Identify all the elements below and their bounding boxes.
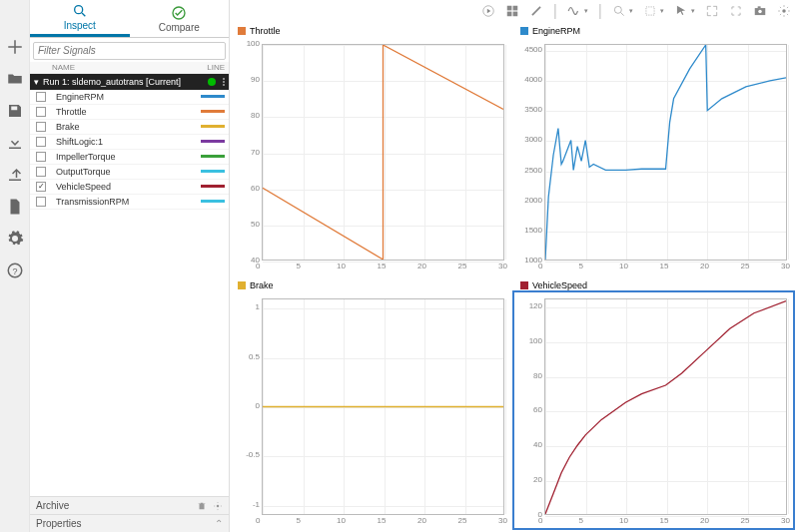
run-row[interactable]: ▾ Run 1: sldemo_autotrans [Current] xyxy=(30,74,229,90)
signal-list: EngineRPMThrottleBrakeShiftLogic:1Impell… xyxy=(30,90,229,210)
zoom-icon xyxy=(612,4,626,18)
signal-line-swatch xyxy=(201,95,225,98)
signal-name: ImpellerTorque xyxy=(52,152,201,162)
checkbox[interactable] xyxy=(36,122,46,132)
settings-icon[interactable] xyxy=(213,501,223,511)
checkbox[interactable] xyxy=(36,167,46,177)
checkbox[interactable] xyxy=(36,137,46,147)
cursor-icon xyxy=(643,4,657,18)
gear-icon[interactable] xyxy=(6,230,24,248)
signal-name: Brake xyxy=(52,122,201,132)
help-icon[interactable]: ? xyxy=(6,262,24,279)
svg-point-15 xyxy=(782,9,786,13)
signal-row[interactable]: ImpellerTorque xyxy=(30,150,229,165)
main: | ▾ | ▾ ▾ ▾ Throttle05101520253040506070… xyxy=(230,0,799,532)
signal-name: TransmissionRPM xyxy=(52,197,201,207)
signal-row[interactable]: ShiftLogic:1 xyxy=(30,135,229,150)
archive-panel[interactable]: Archive xyxy=(30,496,229,514)
signal-line-swatch xyxy=(201,155,225,158)
camera-icon[interactable] xyxy=(753,4,767,18)
chart-title: VehicleSpeed xyxy=(532,280,587,290)
signal-line-swatch xyxy=(201,200,225,203)
plot-area[interactable]: 051015202530020406080100120 xyxy=(514,292,793,529)
svg-point-4 xyxy=(217,504,220,507)
signal-row[interactable]: TransmissionRPM xyxy=(30,195,229,210)
status-dot-icon xyxy=(208,78,216,86)
expand-icon[interactable] xyxy=(705,4,719,18)
chart-title: Brake xyxy=(250,280,274,290)
svg-rect-11 xyxy=(646,7,654,15)
signal-row[interactable]: EngineRPM xyxy=(30,90,229,105)
tab-compare-label: Compare xyxy=(159,22,200,33)
tab-inspect[interactable]: Inspect xyxy=(30,0,130,37)
save-icon[interactable] xyxy=(6,102,24,120)
checkbox[interactable] xyxy=(36,152,46,162)
search-icon xyxy=(72,3,88,19)
trash-icon[interactable] xyxy=(197,501,207,511)
signal-row[interactable]: ✓VehicleSpeed xyxy=(30,180,229,195)
chart-title: Throttle xyxy=(250,26,281,36)
chart-brake[interactable]: Brake051015202530-1-0.500.51 xyxy=(232,278,510,529)
checkbox[interactable] xyxy=(36,92,46,102)
column-header: NAME LINE xyxy=(30,62,229,74)
add-icon[interactable] xyxy=(6,38,24,56)
expand-icon: ⌃ xyxy=(215,518,223,529)
signal-line-swatch xyxy=(201,125,225,128)
signal-line-swatch xyxy=(201,140,225,143)
zoom-dropdown[interactable]: ▾ xyxy=(612,4,633,18)
checkbox[interactable] xyxy=(36,107,46,117)
chart-vehiclespeed[interactable]: VehicleSpeed051015202530020406080100120 xyxy=(514,278,793,529)
plot-area[interactable]: 051015202530-1-0.500.51 xyxy=(232,292,510,529)
chart-throttle[interactable]: Throttle051015202530405060708090100 xyxy=(232,24,510,274)
svg-point-2 xyxy=(74,6,82,14)
signal-dropdown[interactable]: ▾ xyxy=(567,4,588,18)
fullscreen-icon[interactable] xyxy=(729,4,743,18)
pointer-dropdown[interactable]: ▾ xyxy=(674,4,695,18)
signal-row[interactable]: Throttle xyxy=(30,105,229,120)
svg-rect-8 xyxy=(506,12,511,17)
plot-area[interactable]: 0510152025301000150020002500300035004000… xyxy=(514,38,793,274)
sidebar: Inspect Compare NAME LINE ▾ Run 1: sldem… xyxy=(30,0,230,532)
clear-icon[interactable] xyxy=(529,4,543,18)
pointer-icon xyxy=(674,4,688,18)
signal-row[interactable]: OutputTorque xyxy=(30,165,229,180)
signal-line-swatch xyxy=(201,185,225,188)
col-line: LINE xyxy=(195,63,225,72)
preferences-icon[interactable] xyxy=(777,4,791,18)
svg-rect-7 xyxy=(512,6,517,11)
signal-name: OutputTorque xyxy=(52,167,201,177)
svg-point-13 xyxy=(758,10,762,13)
collapse-icon: ▾ xyxy=(34,77,39,87)
plot-area[interactable]: 051015202530405060708090100 xyxy=(232,38,510,274)
document-icon[interactable] xyxy=(6,198,24,216)
legend-swatch xyxy=(238,281,246,289)
import-icon[interactable] xyxy=(6,134,24,152)
col-name: NAME xyxy=(52,63,195,72)
archive-label: Archive xyxy=(36,500,69,511)
wave-icon xyxy=(567,4,581,18)
folder-icon[interactable] xyxy=(6,70,24,88)
run-icon[interactable] xyxy=(481,4,495,18)
filter-input[interactable] xyxy=(33,42,226,60)
chart-grid: Throttle051015202530405060708090100Engin… xyxy=(230,22,799,532)
legend-swatch xyxy=(520,27,528,35)
svg-rect-9 xyxy=(512,12,517,17)
checkbox[interactable]: ✓ xyxy=(36,182,46,192)
signal-name: VehicleSpeed xyxy=(52,182,201,192)
export-icon[interactable] xyxy=(6,166,24,184)
signal-row[interactable]: Brake xyxy=(30,120,229,135)
tab-compare[interactable]: Compare xyxy=(130,0,230,37)
filter-wrap xyxy=(30,38,229,62)
chart-enginerpm[interactable]: EngineRPM0510152025301000150020002500300… xyxy=(514,24,793,274)
properties-panel[interactable]: Properties ⌃ xyxy=(30,514,229,532)
cursor-dropdown[interactable]: ▾ xyxy=(643,4,664,18)
signal-name: Throttle xyxy=(52,107,201,117)
sidebar-tabs: Inspect Compare xyxy=(30,0,229,38)
menu-icon[interactable] xyxy=(223,78,225,86)
layout-icon[interactable] xyxy=(505,4,519,18)
left-icon-bar: ? xyxy=(0,0,30,532)
checkbox[interactable] xyxy=(36,197,46,207)
tab-inspect-label: Inspect xyxy=(64,20,96,31)
toolbar: | ▾ | ▾ ▾ ▾ xyxy=(230,0,799,22)
svg-text:?: ? xyxy=(12,266,17,276)
